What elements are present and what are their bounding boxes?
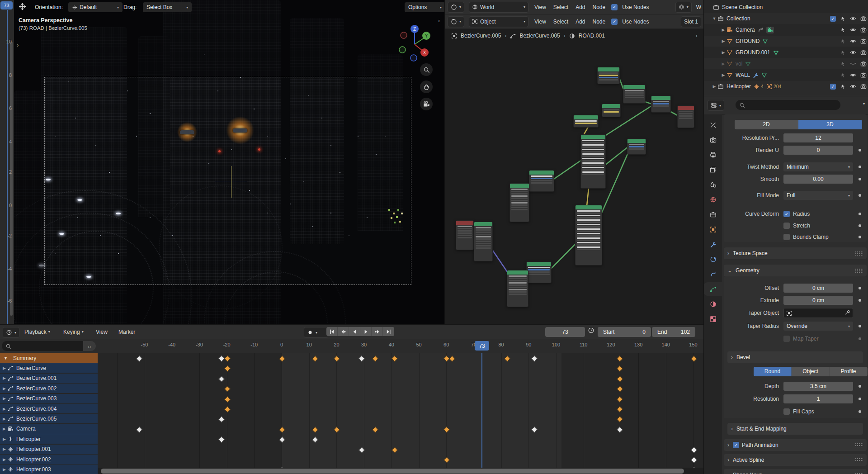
- properties-search-input[interactable]: [736, 100, 840, 110]
- expand-caret[interactable]: ▶: [3, 376, 6, 380]
- editor-type-button[interactable]: ▾: [448, 16, 464, 27]
- shader-type-dropdown[interactable]: Object▾: [469, 16, 528, 27]
- shader-node[interactable]: [651, 95, 671, 113]
- hide-render-icon[interactable]: [860, 49, 867, 56]
- hide-render-icon[interactable]: [860, 83, 867, 90]
- menu-marker[interactable]: Marker: [118, 327, 135, 337]
- dropdown-taper-radius[interactable]: Override▾: [783, 322, 853, 331]
- keyframe-diamond[interactable]: [504, 356, 510, 362]
- shader-node-editor[interactable]: BezierCurve.005›BezierCurve.005›ROAD.001…: [444, 0, 704, 324]
- toggle-2d[interactable]: 2D: [735, 120, 798, 129]
- panel-header-path-animation[interactable]: ›✓Path Animation: [724, 439, 867, 451]
- channel-beziercurve-001[interactable]: ▶BezierCurve.001: [0, 374, 98, 383]
- animate-dot[interactable]: [859, 325, 861, 327]
- expand-caret[interactable]: ▶: [3, 467, 6, 472]
- sidebar-toggle-icon[interactable]: ‹: [438, 17, 440, 24]
- channel-beziercurve[interactable]: ▶BezierCurve: [0, 363, 98, 373]
- number-field-smooth[interactable]: 0.00: [783, 175, 853, 184]
- number-field-render-u[interactable]: 0: [783, 146, 853, 155]
- panel-header-active-spline[interactable]: ›Active Spline: [724, 454, 867, 466]
- animate-dot[interactable]: [859, 385, 861, 388]
- number-field-extrude[interactable]: 0 cm: [783, 296, 853, 305]
- tab-constraint[interactable]: [704, 267, 722, 281]
- tab-modifier[interactable]: [704, 237, 722, 251]
- toggle-3d[interactable]: 3D: [798, 120, 862, 129]
- world-data-button[interactable]: ▾: [675, 2, 692, 13]
- menu-select[interactable]: Select: [552, 19, 570, 25]
- shader-node[interactable]: [627, 138, 646, 155]
- outliner-row[interactable]: ▶vol: [704, 58, 868, 69]
- previous-keyframe-button[interactable]: [338, 327, 349, 336]
- use-nodes-checkbox[interactable]: ✓: [611, 19, 618, 25]
- shader-node[interactable]: [456, 220, 474, 250]
- tab-output[interactable]: [704, 148, 722, 161]
- orientation-dropdown[interactable]: Default▾: [68, 2, 123, 12]
- number-field-resolution[interactable]: 1: [783, 394, 853, 403]
- outliner-row[interactable]: ▶WALL: [704, 70, 868, 81]
- 2d-3d-toggle[interactable]: 2D3D: [735, 120, 862, 129]
- outliner-row[interactable]: Scene Collection: [704, 2, 868, 13]
- channel-summary[interactable]: ▼Summary: [0, 353, 98, 363]
- checkbox-radius[interactable]: ✓: [783, 211, 790, 217]
- menu-node[interactable]: Node: [591, 4, 607, 10]
- drag-dropdown[interactable]: Select Box▾: [143, 2, 192, 12]
- panel-grip[interactable]: [855, 443, 863, 447]
- start-frame-field[interactable]: Start0: [598, 327, 651, 337]
- keyframe-diamond[interactable]: [449, 356, 455, 362]
- auto-key-button[interactable]: ▾: [304, 327, 328, 338]
- channel-beziercurve-002[interactable]: ▶BezierCurve.002: [0, 384, 98, 393]
- expand-caret[interactable]: ▼: [711, 16, 717, 21]
- use-nodes-checkbox[interactable]: ✓: [611, 4, 618, 10]
- outliner-row[interactable]: ▶Helicopter4204✓: [704, 81, 868, 92]
- navigation-gizmo[interactable]: ZYX: [396, 24, 433, 62]
- dope-sheet-ruler[interactable]: ↔-50-40-30-20-10010203040506070809010011…: [0, 339, 703, 354]
- keyframe-diamond[interactable]: [531, 427, 538, 433]
- selectable-icon[interactable]: [840, 84, 846, 90]
- hide-render-icon[interactable]: [860, 61, 867, 67]
- tab-object[interactable]: [704, 223, 722, 236]
- number-field-offset[interactable]: 0 cm: [783, 284, 853, 293]
- panel-checkbox[interactable]: ✓: [733, 442, 739, 448]
- shader-node[interactable]: [573, 115, 599, 128]
- tab-collection[interactable]: [704, 208, 722, 221]
- selectable-icon[interactable]: [840, 38, 846, 44]
- menu-playback[interactable]: Playback▾: [24, 327, 50, 337]
- outliner-row[interactable]: ▶GROUND.001: [704, 47, 868, 58]
- tab-data[interactable]: [704, 282, 722, 296]
- outliner-row[interactable]: ▶GROUND: [704, 36, 868, 47]
- zoom-button[interactable]: [420, 63, 433, 76]
- region-toggle-icon[interactable]: ‹: [696, 33, 698, 39]
- current-frame-field[interactable]: 73: [545, 327, 585, 337]
- animate-dot[interactable]: [859, 194, 861, 197]
- animate-dot[interactable]: [859, 410, 861, 413]
- animate-dot[interactable]: [859, 236, 861, 238]
- expand-caret[interactable]: ▶: [3, 417, 6, 421]
- channel-search-input[interactable]: [2, 341, 83, 351]
- end-frame-field[interactable]: End102: [652, 327, 695, 337]
- pan-button[interactable]: [420, 81, 433, 93]
- play-button[interactable]: [360, 327, 372, 336]
- panel-header-start-end-mapping[interactable]: ›Start & End Mapping: [727, 423, 863, 435]
- panel-grip[interactable]: [855, 251, 863, 256]
- checkbox-bounds-clamp[interactable]: [783, 234, 790, 240]
- camera-view-button[interactable]: [420, 98, 433, 110]
- tab-material[interactable]: [704, 297, 722, 311]
- shader-node[interactable]: [526, 261, 552, 283]
- menu-keying[interactable]: Keying▾: [63, 327, 84, 337]
- shader-type-dropdown[interactable]: World▾: [469, 2, 528, 13]
- shader-node[interactable]: [677, 105, 694, 128]
- play-reverse-button[interactable]: [349, 327, 360, 336]
- jump-to-start-button[interactable]: [326, 327, 338, 336]
- bevel-round-button[interactable]: Round: [754, 367, 792, 376]
- tab-scene[interactable]: [704, 178, 722, 191]
- expand-caret[interactable]: ▼: [4, 356, 8, 360]
- filter-toggle-button[interactable]: ↔: [83, 341, 96, 351]
- animate-dot[interactable]: [859, 287, 861, 289]
- hide-viewport-icon[interactable]: [850, 27, 856, 33]
- expand-caret[interactable]: ▶: [3, 386, 6, 391]
- menu-view[interactable]: View: [533, 4, 547, 10]
- slot-dropdown[interactable]: Slot 1: [681, 16, 701, 27]
- channel-beziercurve-004[interactable]: ▶BezierCurve.004: [0, 404, 98, 413]
- dope-sheet[interactable]: ▾Playback▾Keying▾ViewMarker▾73Start0End1…: [0, 324, 703, 474]
- next-keyframe-button[interactable]: [372, 327, 383, 336]
